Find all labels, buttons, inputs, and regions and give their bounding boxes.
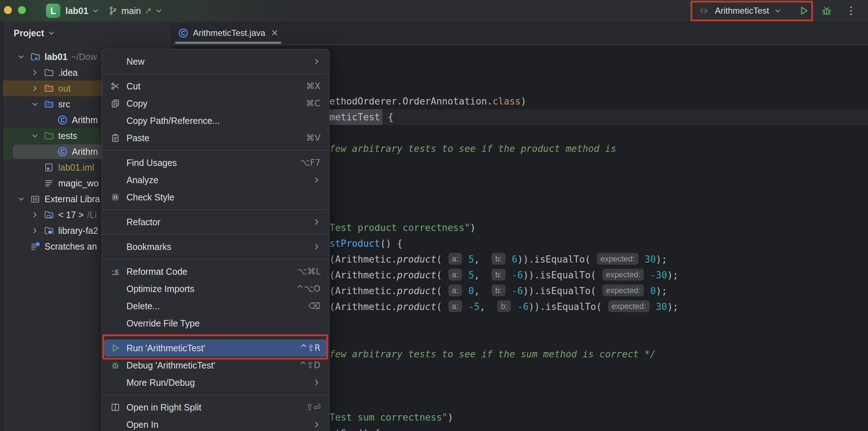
code-token: few arbitrary tests to see if the produc… bbox=[329, 143, 616, 154]
chevron-down-icon bbox=[155, 7, 162, 14]
code-token: ); bbox=[667, 270, 678, 281]
minimize-traffic-light[interactable] bbox=[4, 6, 12, 14]
code-token: )).isEqualTo( bbox=[523, 286, 602, 296]
code-token: 30 bbox=[645, 254, 656, 265]
code-token: ) bbox=[521, 96, 526, 107]
menu-item-delete[interactable]: Delete...⌫ bbox=[104, 297, 327, 315]
chevron-down-icon[interactable] bbox=[14, 195, 28, 203]
cut-icon bbox=[110, 81, 121, 91]
menu-item-reformat-code[interactable]: Reformat Code⌥⌘L bbox=[104, 263, 327, 280]
menu-item-new[interactable]: New bbox=[104, 53, 327, 70]
chevron-right-icon[interactable] bbox=[28, 69, 42, 76]
project-switcher[interactable]: lab01 bbox=[65, 0, 99, 22]
code-line: ethodOrderer.OrderAnnotation.class) bbox=[329, 93, 526, 109]
code-token: 6 bbox=[512, 254, 517, 265]
menu-item-optimize-imports[interactable]: Optimize Imports^⌥O bbox=[104, 280, 327, 297]
code-token: , bbox=[480, 301, 497, 312]
run-configuration-widget[interactable]: ArithmeticTest bbox=[698, 0, 781, 22]
code-token: ); bbox=[667, 301, 678, 312]
menu-item-shortcut: ⌘C bbox=[295, 98, 320, 108]
menu-item-open-in-right-split[interactable]: Open in Right Split⇧⏎ bbox=[104, 399, 327, 416]
run-button[interactable] bbox=[798, 5, 810, 17]
menu-item-label: Bookmarks bbox=[126, 242, 171, 252]
menu-item-open-in[interactable]: Open In bbox=[104, 416, 327, 431]
menu-item-copy[interactable]: Copy⌘C bbox=[104, 95, 327, 112]
code-token: stProduct bbox=[329, 238, 380, 249]
menu-item-bookmarks[interactable]: Bookmarks bbox=[104, 238, 327, 255]
menu-item-label: Refactor bbox=[126, 217, 160, 227]
fullscreen-traffic-light[interactable] bbox=[18, 6, 26, 14]
chevron-right-icon[interactable] bbox=[28, 85, 42, 92]
code-token: Test sum correctness" bbox=[329, 412, 448, 423]
menu-item-analyze[interactable]: Analyze bbox=[104, 171, 327, 189]
chevron-down-icon bbox=[92, 7, 99, 14]
more-actions-button[interactable] bbox=[845, 5, 857, 17]
code-token: , bbox=[474, 254, 491, 265]
run-icon bbox=[110, 343, 121, 353]
menu-item-run-arithmetictest[interactable]: Run 'ArithmeticTest'^⇧R bbox=[104, 339, 327, 357]
menu-item-refactor[interactable]: Refactor bbox=[104, 213, 327, 231]
code-token: (Arithmetic. bbox=[329, 270, 397, 281]
code-token: ethodOrderer.OrderAnnotation. bbox=[329, 96, 493, 107]
chevron-right-icon[interactable] bbox=[28, 227, 42, 234]
code-line: Test product correctness") bbox=[329, 220, 476, 236]
close-icon[interactable]: ✕ bbox=[271, 28, 278, 38]
code-token: -30 bbox=[650, 270, 667, 281]
menu-item-copy-path-reference[interactable]: Copy Path/Reference... bbox=[104, 112, 327, 129]
parameter-hint: b: bbox=[491, 269, 505, 281]
tree-item-label: Scratches an bbox=[45, 241, 97, 252]
menu-item-label: Optimize Imports bbox=[126, 284, 194, 294]
debug-button[interactable] bbox=[821, 5, 833, 17]
code-token: ( bbox=[436, 254, 447, 265]
chevron-down-icon[interactable] bbox=[28, 132, 42, 139]
submenu-arrow-icon bbox=[313, 176, 320, 184]
code-token: Test product correctness" bbox=[329, 222, 470, 233]
text-file-icon bbox=[42, 178, 56, 189]
code-token: () { bbox=[380, 238, 403, 249]
code-token: () { bbox=[357, 428, 380, 431]
code-token: (Arithmetic. bbox=[329, 301, 397, 312]
code-line: (Arithmetic.product( a: 5, b: 6)).isEqua… bbox=[329, 251, 667, 267]
class-icon: C bbox=[178, 28, 189, 38]
code-token: (Arithmetic. bbox=[329, 286, 397, 296]
menu-item-shortcut: ⌥⌘L bbox=[286, 267, 320, 277]
code-token: (Arithmetic. bbox=[329, 254, 397, 265]
menu-item-shortcut: ^⌥O bbox=[286, 284, 320, 294]
menu-item-label: Delete... bbox=[126, 301, 160, 311]
class-icon: C bbox=[55, 115, 70, 125]
menu-item-more-run-debug[interactable]: More Run/Debug bbox=[104, 374, 327, 391]
submenu-arrow-icon bbox=[313, 421, 320, 428]
code-token bbox=[463, 301, 468, 312]
project-panel-header[interactable]: Project bbox=[3, 22, 172, 45]
parameter-hint: expected: bbox=[602, 284, 644, 296]
code-token: product bbox=[397, 254, 437, 265]
menu-item-debug-arithmetictest[interactable]: Debug 'ArithmeticTest'^⇧D bbox=[104, 357, 327, 374]
bug-icon bbox=[821, 5, 833, 17]
tab-arithmetictest-java[interactable]: C ArithmeticTest.java ✕ bbox=[172, 22, 284, 44]
tree-item-label: tests bbox=[58, 131, 77, 141]
code-token bbox=[506, 286, 512, 296]
code-token: 0 bbox=[650, 286, 656, 296]
menu-item-shortcut: ⌫ bbox=[297, 301, 320, 311]
menu-item-shortcut: ⌘V bbox=[295, 133, 320, 143]
menu-item-paste[interactable]: Paste⌘V bbox=[104, 129, 327, 147]
code-token: 0 bbox=[468, 286, 474, 296]
run-configuration-name: ArithmeticTest bbox=[715, 6, 769, 16]
chevron-down-icon[interactable] bbox=[14, 53, 28, 60]
identifier-highlight: meticTest bbox=[327, 109, 382, 125]
tree-item-path-suffix: ~/Dow bbox=[71, 52, 97, 62]
menu-item-override-file-type[interactable]: Override File Type bbox=[104, 315, 327, 332]
code-token bbox=[463, 286, 468, 296]
menu-item-cut[interactable]: Cut⌘X bbox=[104, 78, 327, 95]
tree-item-label: lab01 bbox=[45, 52, 68, 62]
tree-item-label: out bbox=[58, 83, 71, 94]
chevron-right-icon[interactable] bbox=[28, 211, 42, 218]
source-folder-icon bbox=[42, 99, 56, 110]
menu-item-find-usages[interactable]: Find Usages⌥F7 bbox=[104, 154, 327, 171]
branch-switcher[interactable]: main ↗ bbox=[108, 0, 162, 22]
chevron-down-icon[interactable] bbox=[28, 101, 42, 108]
code-line: few arbitrary tests to see if the produc… bbox=[329, 141, 616, 157]
menu-item-shortcut: ^⇧D bbox=[288, 360, 320, 370]
menu-item-check-style[interactable]: Check Style bbox=[104, 189, 327, 206]
menu-item-label: Copy bbox=[126, 98, 147, 109]
